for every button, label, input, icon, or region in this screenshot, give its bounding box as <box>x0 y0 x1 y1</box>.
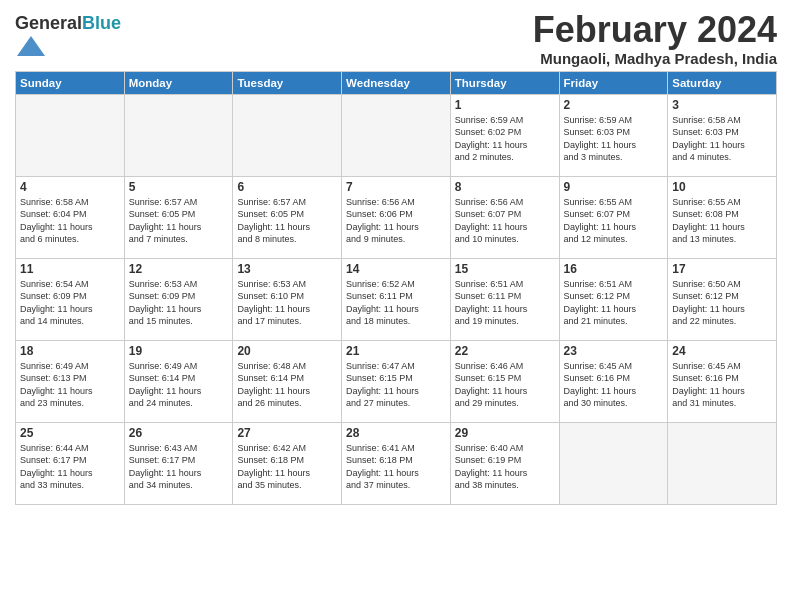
col-thursday: Thursday <box>450 71 559 94</box>
table-row: 25Sunrise: 6:44 AM Sunset: 6:17 PM Dayli… <box>16 422 125 504</box>
table-row: 20Sunrise: 6:48 AM Sunset: 6:14 PM Dayli… <box>233 340 342 422</box>
day-number: 27 <box>237 426 337 440</box>
day-info: Sunrise: 6:55 AM Sunset: 6:08 PM Dayligh… <box>672 196 772 246</box>
day-number: 15 <box>455 262 555 276</box>
logo: GeneralBlue <box>15 14 121 62</box>
day-info: Sunrise: 6:47 AM Sunset: 6:15 PM Dayligh… <box>346 360 446 410</box>
table-row: 21Sunrise: 6:47 AM Sunset: 6:15 PM Dayli… <box>342 340 451 422</box>
day-number: 26 <box>129 426 229 440</box>
day-number: 20 <box>237 344 337 358</box>
table-row: 9Sunrise: 6:55 AM Sunset: 6:07 PM Daylig… <box>559 176 668 258</box>
day-number: 29 <box>455 426 555 440</box>
col-monday: Monday <box>124 71 233 94</box>
table-row: 22Sunrise: 6:46 AM Sunset: 6:15 PM Dayli… <box>450 340 559 422</box>
day-number: 7 <box>346 180 446 194</box>
day-info: Sunrise: 6:58 AM Sunset: 6:03 PM Dayligh… <box>672 114 772 164</box>
table-row <box>559 422 668 504</box>
table-row: 23Sunrise: 6:45 AM Sunset: 6:16 PM Dayli… <box>559 340 668 422</box>
day-info: Sunrise: 6:41 AM Sunset: 6:18 PM Dayligh… <box>346 442 446 492</box>
col-saturday: Saturday <box>668 71 777 94</box>
day-info: Sunrise: 6:58 AM Sunset: 6:04 PM Dayligh… <box>20 196 120 246</box>
day-number: 8 <box>455 180 555 194</box>
table-row: 5Sunrise: 6:57 AM Sunset: 6:05 PM Daylig… <box>124 176 233 258</box>
day-number: 14 <box>346 262 446 276</box>
day-number: 10 <box>672 180 772 194</box>
table-row: 13Sunrise: 6:53 AM Sunset: 6:10 PM Dayli… <box>233 258 342 340</box>
day-info: Sunrise: 6:51 AM Sunset: 6:12 PM Dayligh… <box>564 278 664 328</box>
col-sunday: Sunday <box>16 71 125 94</box>
day-number: 23 <box>564 344 664 358</box>
col-friday: Friday <box>559 71 668 94</box>
day-info: Sunrise: 6:59 AM Sunset: 6:02 PM Dayligh… <box>455 114 555 164</box>
table-row: 16Sunrise: 6:51 AM Sunset: 6:12 PM Dayli… <box>559 258 668 340</box>
day-info: Sunrise: 6:49 AM Sunset: 6:13 PM Dayligh… <box>20 360 120 410</box>
day-number: 9 <box>564 180 664 194</box>
day-info: Sunrise: 6:49 AM Sunset: 6:14 PM Dayligh… <box>129 360 229 410</box>
day-info: Sunrise: 6:46 AM Sunset: 6:15 PM Dayligh… <box>455 360 555 410</box>
table-row <box>16 94 125 176</box>
header-row: Sunday Monday Tuesday Wednesday Thursday… <box>16 71 777 94</box>
day-number: 4 <box>20 180 120 194</box>
day-number: 2 <box>564 98 664 112</box>
day-number: 24 <box>672 344 772 358</box>
table-row: 11Sunrise: 6:54 AM Sunset: 6:09 PM Dayli… <box>16 258 125 340</box>
table-row: 2Sunrise: 6:59 AM Sunset: 6:03 PM Daylig… <box>559 94 668 176</box>
day-number: 5 <box>129 180 229 194</box>
table-row: 26Sunrise: 6:43 AM Sunset: 6:17 PM Dayli… <box>124 422 233 504</box>
table-row: 14Sunrise: 6:52 AM Sunset: 6:11 PM Dayli… <box>342 258 451 340</box>
day-number: 12 <box>129 262 229 276</box>
logo-blue: Blue <box>82 13 121 33</box>
day-info: Sunrise: 6:57 AM Sunset: 6:05 PM Dayligh… <box>129 196 229 246</box>
table-row: 29Sunrise: 6:40 AM Sunset: 6:19 PM Dayli… <box>450 422 559 504</box>
table-row <box>342 94 451 176</box>
location: Mungaoli, Madhya Pradesh, India <box>533 50 777 67</box>
day-number: 21 <box>346 344 446 358</box>
day-number: 17 <box>672 262 772 276</box>
table-row <box>668 422 777 504</box>
day-info: Sunrise: 6:44 AM Sunset: 6:17 PM Dayligh… <box>20 442 120 492</box>
day-number: 3 <box>672 98 772 112</box>
calendar-week-3: 18Sunrise: 6:49 AM Sunset: 6:13 PM Dayli… <box>16 340 777 422</box>
table-row: 4Sunrise: 6:58 AM Sunset: 6:04 PM Daylig… <box>16 176 125 258</box>
day-info: Sunrise: 6:54 AM Sunset: 6:09 PM Dayligh… <box>20 278 120 328</box>
table-row: 15Sunrise: 6:51 AM Sunset: 6:11 PM Dayli… <box>450 258 559 340</box>
table-row <box>124 94 233 176</box>
header: GeneralBlue February 2024 Mungaoli, Madh… <box>15 10 777 67</box>
table-row: 28Sunrise: 6:41 AM Sunset: 6:18 PM Dayli… <box>342 422 451 504</box>
day-number: 11 <box>20 262 120 276</box>
svg-marker-0 <box>17 36 45 56</box>
day-number: 13 <box>237 262 337 276</box>
day-number: 28 <box>346 426 446 440</box>
day-info: Sunrise: 6:59 AM Sunset: 6:03 PM Dayligh… <box>564 114 664 164</box>
day-info: Sunrise: 6:45 AM Sunset: 6:16 PM Dayligh… <box>564 360 664 410</box>
day-info: Sunrise: 6:42 AM Sunset: 6:18 PM Dayligh… <box>237 442 337 492</box>
calendar-week-2: 11Sunrise: 6:54 AM Sunset: 6:09 PM Dayli… <box>16 258 777 340</box>
day-info: Sunrise: 6:50 AM Sunset: 6:12 PM Dayligh… <box>672 278 772 328</box>
day-info: Sunrise: 6:52 AM Sunset: 6:11 PM Dayligh… <box>346 278 446 328</box>
day-number: 25 <box>20 426 120 440</box>
day-info: Sunrise: 6:43 AM Sunset: 6:17 PM Dayligh… <box>129 442 229 492</box>
calendar-week-1: 4Sunrise: 6:58 AM Sunset: 6:04 PM Daylig… <box>16 176 777 258</box>
day-info: Sunrise: 6:53 AM Sunset: 6:09 PM Dayligh… <box>129 278 229 328</box>
day-info: Sunrise: 6:57 AM Sunset: 6:05 PM Dayligh… <box>237 196 337 246</box>
table-row: 27Sunrise: 6:42 AM Sunset: 6:18 PM Dayli… <box>233 422 342 504</box>
page-container: GeneralBlue February 2024 Mungaoli, Madh… <box>0 0 792 510</box>
day-number: 1 <box>455 98 555 112</box>
calendar-week-4: 25Sunrise: 6:44 AM Sunset: 6:17 PM Dayli… <box>16 422 777 504</box>
logo-icon <box>17 34 45 58</box>
day-info: Sunrise: 6:48 AM Sunset: 6:14 PM Dayligh… <box>237 360 337 410</box>
day-number: 18 <box>20 344 120 358</box>
table-row: 3Sunrise: 6:58 AM Sunset: 6:03 PM Daylig… <box>668 94 777 176</box>
logo-text: GeneralBlue <box>15 14 121 34</box>
table-row: 1Sunrise: 6:59 AM Sunset: 6:02 PM Daylig… <box>450 94 559 176</box>
day-info: Sunrise: 6:56 AM Sunset: 6:07 PM Dayligh… <box>455 196 555 246</box>
table-row: 17Sunrise: 6:50 AM Sunset: 6:12 PM Dayli… <box>668 258 777 340</box>
calendar-table: Sunday Monday Tuesday Wednesday Thursday… <box>15 71 777 505</box>
logo-general: General <box>15 13 82 33</box>
table-row <box>233 94 342 176</box>
day-number: 16 <box>564 262 664 276</box>
table-row: 10Sunrise: 6:55 AM Sunset: 6:08 PM Dayli… <box>668 176 777 258</box>
table-row: 19Sunrise: 6:49 AM Sunset: 6:14 PM Dayli… <box>124 340 233 422</box>
day-number: 22 <box>455 344 555 358</box>
day-number: 6 <box>237 180 337 194</box>
